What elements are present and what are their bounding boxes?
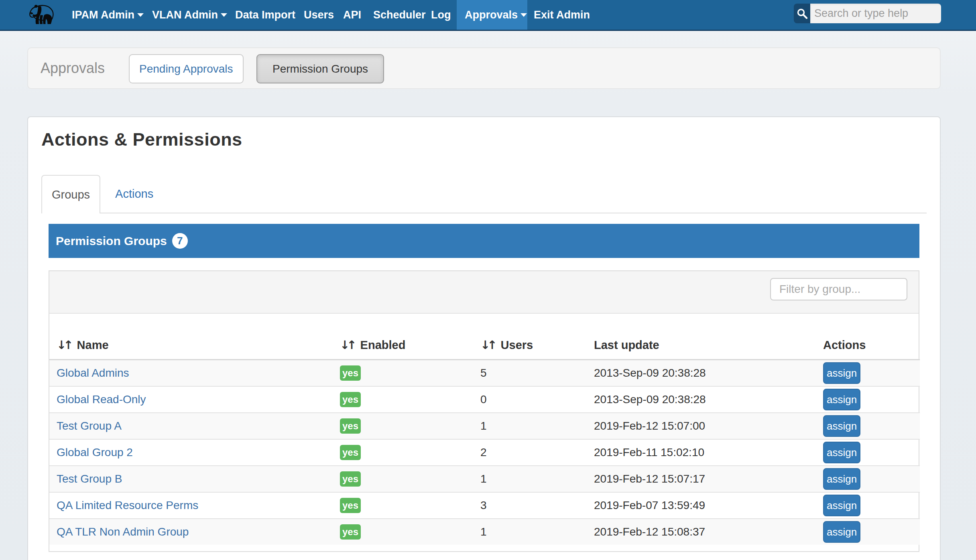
sort-icon: ↓↑ bbox=[57, 338, 71, 352]
enabled-badge: yes bbox=[340, 498, 361, 513]
table-row: QA Limited Resource Permsyes32019-Feb-07… bbox=[49, 492, 920, 519]
cell-enabled: yes bbox=[333, 519, 473, 545]
chevron-down-icon bbox=[137, 13, 144, 17]
pending-approvals-button[interactable]: Pending Approvals bbox=[129, 54, 244, 83]
tab-content: Permission Groups 7 ↓↑Name↓↑Enabled↓↑Use… bbox=[41, 224, 927, 552]
sort-icon: ↓↑ bbox=[480, 338, 494, 352]
nav-item-ipam-admin[interactable]: IPAM Admin bbox=[64, 0, 152, 30]
search-icon bbox=[797, 8, 808, 19]
cell-actions: assign bbox=[816, 492, 920, 519]
cell-last-update: 2019-Feb-07 13:59:49 bbox=[587, 492, 816, 519]
panda-logo-icon bbox=[28, 4, 55, 24]
page-title: Actions & Permissions bbox=[41, 129, 927, 150]
assign-button[interactable]: assign bbox=[823, 415, 860, 437]
column-label: Enabled bbox=[360, 339, 406, 351]
table-row: QA TLR Non Admin Groupyes12019-Feb-12 15… bbox=[49, 519, 920, 545]
cell-users: 0 bbox=[473, 386, 587, 413]
cell-last-update: 2019-Feb-12 15:07:17 bbox=[587, 466, 816, 492]
cell-enabled: yes bbox=[333, 413, 473, 439]
cell-users: 3 bbox=[473, 492, 587, 519]
cell-users: 1 bbox=[473, 466, 587, 492]
cell-last-update: 2019-Feb-11 15:02:10 bbox=[587, 439, 816, 466]
column-header-last-update: Last update bbox=[587, 314, 816, 360]
table-head: ↓↑Name↓↑Enabled↓↑UsersLast updateActions bbox=[49, 314, 920, 360]
assign-button[interactable]: assign bbox=[823, 495, 860, 516]
enabled-badge: yes bbox=[340, 471, 361, 487]
column-header-enabled[interactable]: ↓↑Enabled bbox=[333, 314, 473, 360]
nav-item-label: VLAN Admin bbox=[152, 9, 218, 21]
tab-bar: Groups Actions bbox=[41, 176, 927, 213]
actions-permissions-card: Actions & Permissions Groups Actions Per… bbox=[27, 116, 941, 560]
group-name-link[interactable]: Global Group 2 bbox=[57, 446, 133, 459]
nav-item-approvals[interactable]: Approvals bbox=[457, 0, 527, 30]
cell-users: 5 bbox=[473, 360, 587, 387]
cell-name: QA Limited Resource Perms bbox=[49, 492, 333, 519]
nav-item-label: Data Import bbox=[235, 9, 295, 21]
cell-last-update: 2013-Sep-09 20:38:28 bbox=[587, 386, 816, 413]
cell-enabled: yes bbox=[333, 386, 473, 413]
filter-input[interactable] bbox=[770, 278, 907, 300]
group-name-link[interactable]: QA Limited Resource Perms bbox=[57, 499, 198, 511]
assign-button[interactable]: assign bbox=[823, 468, 860, 490]
enabled-badge: yes bbox=[340, 392, 361, 407]
cell-actions: assign bbox=[816, 466, 920, 492]
cell-enabled: yes bbox=[333, 492, 473, 519]
tab-groups[interactable]: Groups bbox=[41, 175, 100, 213]
column-header-name[interactable]: ↓↑Name bbox=[49, 314, 333, 360]
table-row: Global Group 2yes22019-Feb-11 15:02:10as… bbox=[49, 439, 920, 466]
nav-item-api[interactable]: API bbox=[335, 0, 369, 30]
nav-item-data-import[interactable]: Data Import bbox=[227, 0, 303, 30]
cell-last-update: 2019-Feb-12 15:07:00 bbox=[587, 413, 816, 439]
group-name-link[interactable]: Global Read-Only bbox=[57, 393, 146, 406]
table-row: Test Group Ayes12019-Feb-12 15:07:00assi… bbox=[49, 413, 920, 439]
panel-title: Permission Groups bbox=[56, 234, 167, 248]
table-row: Global Read-Onlyyes02013-Sep-09 20:38:28… bbox=[49, 386, 920, 413]
search-input[interactable] bbox=[810, 4, 941, 23]
chevron-down-icon bbox=[221, 13, 227, 17]
nav-item-label: Exit Admin bbox=[534, 9, 590, 21]
enabled-badge: yes bbox=[340, 524, 361, 540]
cell-enabled: yes bbox=[333, 360, 473, 387]
cell-actions: assign bbox=[816, 413, 920, 439]
nav-item-label: IPAM Admin bbox=[72, 9, 134, 21]
assign-button[interactable]: assign bbox=[823, 442, 860, 463]
sort-icon: ↓↑ bbox=[340, 338, 354, 352]
nav-item-label: API bbox=[343, 9, 361, 21]
column-label: Name bbox=[77, 339, 109, 351]
panel-heading: Permission Groups 7 bbox=[49, 224, 919, 258]
nav-item-label: Log bbox=[431, 9, 451, 21]
search-icon-box[interactable] bbox=[794, 4, 810, 23]
cell-users: 2 bbox=[473, 439, 587, 466]
nav-item-exit-admin[interactable]: Exit Admin bbox=[526, 0, 598, 30]
approvals-subheader: Approvals Pending Approvals Permission G… bbox=[27, 47, 941, 89]
cell-name: Global Read-Only bbox=[49, 386, 333, 413]
enabled-badge: yes bbox=[340, 445, 361, 460]
assign-button[interactable]: assign bbox=[823, 362, 860, 384]
table-row: Global Adminsyes52013-Sep-09 20:38:28ass… bbox=[49, 360, 920, 387]
group-name-link[interactable]: QA TLR Non Admin Group bbox=[57, 526, 189, 538]
cell-actions: assign bbox=[816, 519, 920, 545]
nav-item-vlan-admin[interactable]: VLAN Admin bbox=[144, 0, 235, 30]
assign-button[interactable]: assign bbox=[823, 521, 860, 543]
column-label: Users bbox=[501, 339, 533, 351]
cell-name: QA TLR Non Admin Group bbox=[49, 519, 333, 545]
group-name-link[interactable]: Test Group A bbox=[57, 420, 122, 432]
cell-last-update: 2019-Feb-12 15:08:37 bbox=[587, 519, 816, 545]
group-count-badge: 7 bbox=[172, 233, 188, 249]
assign-button[interactable]: assign bbox=[823, 389, 860, 410]
groups-listing: ↓↑Name↓↑Enabled↓↑UsersLast updateActions… bbox=[49, 270, 919, 552]
nav-item-log[interactable]: Log bbox=[423, 0, 459, 30]
nav-item-label: Scheduler bbox=[373, 9, 426, 21]
column-header-users[interactable]: ↓↑Users bbox=[473, 314, 587, 360]
global-search bbox=[794, 4, 941, 23]
cell-enabled: yes bbox=[333, 466, 473, 492]
cell-actions: assign bbox=[816, 360, 920, 387]
group-name-link[interactable]: Global Admins bbox=[57, 367, 129, 379]
permission-groups-button[interactable]: Permission Groups bbox=[256, 54, 384, 83]
cell-enabled: yes bbox=[333, 439, 473, 466]
group-name-link[interactable]: Test Group B bbox=[57, 473, 122, 485]
nav-item-label: Users bbox=[304, 9, 334, 21]
tab-actions[interactable]: Actions bbox=[100, 175, 168, 213]
cell-name: Test Group A bbox=[49, 413, 333, 439]
enabled-badge: yes bbox=[340, 418, 361, 434]
